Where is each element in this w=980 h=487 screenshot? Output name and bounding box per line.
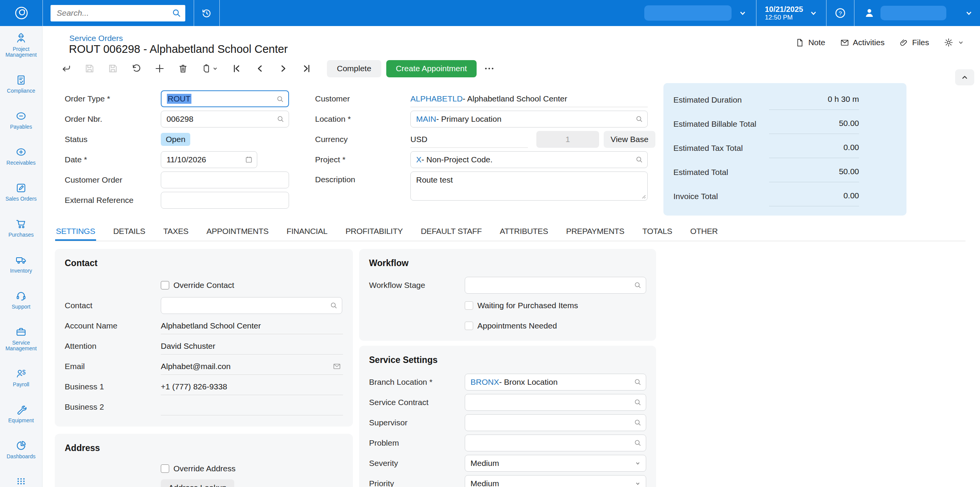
complete-button[interactable]: Complete bbox=[327, 60, 381, 77]
search-icon[interactable] bbox=[634, 398, 642, 407]
location-code-link[interactable]: MAIN bbox=[416, 114, 436, 124]
date-chevron-down-icon[interactable] bbox=[808, 8, 818, 18]
undo-button[interactable] bbox=[128, 60, 145, 77]
workflow-stage-field[interactable] bbox=[465, 277, 646, 294]
order-type-field[interactable]: ROUT bbox=[161, 90, 289, 107]
chevron-down-icon[interactable] bbox=[634, 459, 642, 467]
customization-menu-button[interactable] bbox=[944, 38, 965, 47]
recent-history-button[interactable] bbox=[194, 7, 219, 19]
override-contact-checkbox[interactable] bbox=[161, 281, 169, 289]
search-icon[interactable] bbox=[276, 95, 284, 103]
search-box[interactable] bbox=[51, 5, 185, 21]
activities-button[interactable]: Activities bbox=[840, 38, 885, 47]
account-name-field[interactable]: Alphabetland School Center bbox=[161, 317, 343, 334]
company-selector-redacted[interactable] bbox=[644, 5, 732, 21]
breadcrumb[interactable]: Service Orders bbox=[69, 34, 123, 43]
project-field[interactable]: X - Non-Project Code. bbox=[410, 151, 648, 168]
create-appointment-button[interactable]: Create Appointment bbox=[386, 60, 477, 77]
tab-other[interactable]: OTHER bbox=[689, 227, 719, 241]
sidebar-item-compliance[interactable]: Compliance bbox=[0, 74, 42, 94]
envelope-icon[interactable] bbox=[332, 362, 341, 371]
tab-settings[interactable]: SETTINGS bbox=[55, 227, 96, 241]
tab-taxes[interactable]: TAXES bbox=[163, 227, 189, 241]
external-reference-field[interactable] bbox=[161, 192, 289, 209]
more-actions-button[interactable] bbox=[483, 63, 495, 74]
search-icon[interactable] bbox=[330, 301, 338, 310]
email-field[interactable]: Alphabet@mail.con bbox=[161, 358, 343, 375]
sidebar-item-payroll[interactable]: $ Payroll bbox=[0, 368, 42, 387]
sidebar-item-receivables[interactable]: Receivables bbox=[0, 146, 42, 166]
search-icon[interactable] bbox=[634, 439, 642, 447]
search-icon[interactable] bbox=[172, 8, 181, 18]
tab-details[interactable]: DETAILS bbox=[113, 227, 146, 241]
supervisor-field[interactable] bbox=[465, 414, 646, 431]
search-icon[interactable] bbox=[635, 115, 644, 123]
sidebar-item-sales-orders[interactable]: Sales Orders bbox=[0, 182, 42, 202]
location-field[interactable]: MAIN - Primary Location bbox=[410, 111, 648, 127]
override-address-checkbox[interactable] bbox=[161, 464, 169, 473]
sidebar-item-project-management[interactable]: Project Management bbox=[0, 32, 42, 58]
tab-profitability[interactable]: PROFITABILITY bbox=[345, 227, 403, 241]
app-logo[interactable] bbox=[0, 5, 42, 21]
user-menu[interactable] bbox=[863, 6, 946, 20]
attention-field[interactable]: David Schuster bbox=[161, 338, 343, 355]
tab-default-staff[interactable]: DEFAULT STAFF bbox=[420, 227, 482, 241]
collapse-form-button[interactable] bbox=[955, 69, 974, 85]
contact-field[interactable] bbox=[161, 297, 342, 314]
user-chevron-down-icon[interactable] bbox=[964, 8, 974, 18]
company-chevron-down-icon[interactable] bbox=[738, 8, 748, 18]
back-button[interactable] bbox=[58, 60, 75, 77]
severity-select[interactable]: Medium bbox=[465, 455, 646, 472]
files-button[interactable]: Files bbox=[899, 38, 929, 47]
search-icon[interactable] bbox=[634, 281, 642, 289]
sidebar-item-purchases[interactable]: Purchases bbox=[0, 218, 42, 238]
tab-attributes[interactable]: ATTRIBUTES bbox=[499, 227, 549, 241]
tab-prepayments[interactable]: PREPAYMENTS bbox=[565, 227, 625, 241]
project-code-link[interactable]: X bbox=[416, 155, 421, 164]
resize-handle[interactable] bbox=[640, 193, 646, 199]
business1-field[interactable]: +1 (777) 826-9338 bbox=[161, 378, 343, 395]
customer-field[interactable]: ALPHABETLD - Alphabetland School Center bbox=[410, 90, 648, 107]
sidebar-item-inventory[interactable]: Inventory bbox=[0, 254, 42, 274]
sidebar-item-service-management[interactable]: Service Management bbox=[0, 326, 42, 351]
customer-code-link[interactable]: ALPHABETLD bbox=[410, 94, 463, 103]
delete-record-button[interactable] bbox=[175, 60, 191, 77]
branch-location-field[interactable]: BRONX - Bronx Location bbox=[465, 374, 646, 391]
help-button[interactable]: ? bbox=[826, 7, 854, 19]
last-record-button[interactable] bbox=[298, 60, 315, 77]
description-field[interactable]: Route test bbox=[410, 172, 648, 201]
service-contract-field[interactable] bbox=[465, 394, 646, 411]
search-icon[interactable] bbox=[634, 418, 642, 427]
apps-menu-button[interactable] bbox=[15, 476, 27, 487]
sidebar-item-payables[interactable]: Payables bbox=[0, 110, 42, 130]
customer-order-field[interactable] bbox=[161, 172, 289, 188]
add-record-button[interactable] bbox=[151, 60, 168, 77]
search-icon[interactable] bbox=[635, 155, 644, 164]
calendar-icon[interactable] bbox=[245, 155, 253, 164]
currency-field[interactable]: USD bbox=[410, 131, 528, 148]
tab-appointments[interactable]: APPOINTMENTS bbox=[206, 227, 269, 241]
search-icon[interactable] bbox=[634, 378, 642, 386]
priority-select[interactable]: Medium bbox=[465, 475, 646, 487]
sidebar-item-dashboards[interactable]: Dashboards bbox=[0, 440, 42, 459]
first-record-button[interactable] bbox=[228, 60, 245, 77]
previous-record-button[interactable] bbox=[252, 60, 268, 77]
search-icon[interactable] bbox=[276, 115, 285, 123]
note-button[interactable]: Note bbox=[795, 38, 825, 47]
order-nbr-field[interactable]: 006298 bbox=[161, 111, 289, 127]
sidebar-item-support[interactable]: Support bbox=[0, 290, 42, 310]
next-record-button[interactable] bbox=[275, 60, 292, 77]
tab-totals[interactable]: TOTALS bbox=[642, 227, 673, 241]
sidebar-item-equipment[interactable]: Equipment bbox=[0, 404, 42, 423]
business-date-selector[interactable]: 10/21/2025 12:50 PM bbox=[765, 5, 803, 21]
date-field[interactable]: 11/10/2026 bbox=[161, 151, 257, 168]
chevron-down-icon[interactable] bbox=[634, 479, 642, 487]
address-lookup-button[interactable]: Address Lookup bbox=[161, 479, 234, 487]
search-input[interactable] bbox=[56, 8, 172, 18]
view-base-button[interactable]: View Base bbox=[604, 131, 655, 148]
tab-financial[interactable]: FINANCIAL bbox=[286, 227, 328, 241]
business2-field[interactable] bbox=[161, 399, 343, 415]
problem-field[interactable] bbox=[465, 435, 646, 451]
branch-location-code-link[interactable]: BRONX bbox=[470, 378, 499, 387]
copy-paste-button[interactable] bbox=[198, 60, 222, 77]
